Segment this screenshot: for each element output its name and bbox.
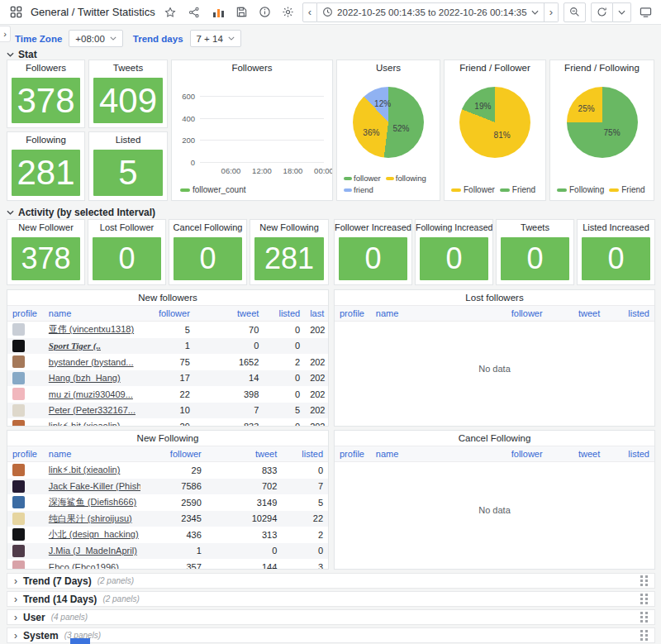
breadcrumb[interactable]: General / Twitter Statistics [31, 6, 155, 18]
column-header[interactable]: follower [136, 308, 195, 318]
stat-value: 0 [199, 241, 216, 276]
panel-title[interactable]: Following Increased [416, 220, 492, 236]
refresh-button[interactable] [591, 2, 613, 22]
drag-handle-icon[interactable] [640, 612, 648, 623]
share-icon[interactable] [185, 3, 203, 21]
profile-link[interactable]: 深海鲨鱼 (Diefish666) [49, 497, 136, 507]
column-header[interactable]: name [371, 308, 465, 318]
column-header[interactable]: profile [7, 449, 44, 459]
profile-link[interactable]: 纯白果汁 (shiroijusu) [49, 513, 132, 523]
column-header[interactable]: follower [465, 308, 547, 318]
column-header[interactable]: follower [140, 449, 207, 459]
column-header[interactable]: name [44, 449, 140, 459]
column-header[interactable]: tweet [195, 308, 264, 318]
panel-title[interactable]: Users [337, 60, 440, 76]
drag-handle-icon[interactable] [640, 630, 648, 641]
section-activity[interactable]: Activity (by selected Interval) [7, 207, 155, 218]
stat-value: 0 [526, 241, 543, 276]
legend-item[interactable]: Following [557, 185, 604, 194]
panel-title[interactable]: Tweets [89, 60, 167, 76]
column-header[interactable]: profile [335, 449, 371, 459]
panel-title[interactable]: Friend / Following [550, 60, 654, 76]
table-row: Hang (bzh_Hang) 17 14 0 202 [7, 370, 328, 387]
panel-title[interactable]: Friend / Follower [445, 60, 545, 76]
panel-title[interactable]: New Following [7, 431, 328, 446]
legend-item[interactable]: follower_count [180, 185, 245, 194]
column-header[interactable]: profile [335, 308, 371, 318]
time-range-text: 2022-10-25 00:14:35 to 2022-10-26 00:14:… [337, 7, 527, 17]
column-header[interactable]: follower [465, 449, 547, 459]
legend-item[interactable]: following [386, 174, 426, 183]
panel-title[interactable]: New Following [250, 220, 328, 236]
analytics-icon[interactable] [210, 3, 228, 21]
section-stat[interactable]: Stat [7, 49, 37, 60]
profile-link[interactable]: link⚡.bit (xieaolin) [49, 421, 121, 427]
dashboards-grid-icon[interactable] [7, 3, 25, 21]
variable-timezone-select[interactable]: +08:00 [69, 30, 123, 47]
legend-item[interactable]: Friend [500, 185, 535, 194]
column-header[interactable]: tweet [207, 449, 283, 459]
dashboard-row-trend-14-days[interactable]: › Trend (14 Days) (2 panels) [7, 591, 655, 607]
panel-title[interactable]: Followers [172, 60, 332, 76]
panel-title[interactable]: Tweets [497, 220, 573, 236]
panel-title[interactable]: Follower Increased [335, 220, 411, 236]
chevron-down-icon [7, 52, 14, 57]
column-header[interactable]: listed [282, 449, 328, 459]
panel-title[interactable]: Cancel Following [169, 220, 246, 236]
column-header[interactable]: listed [605, 449, 654, 459]
legend-item[interactable]: Friend [609, 185, 644, 194]
profile-link[interactable]: Jack Fake-Killer (Phish... [49, 481, 140, 491]
panel-title[interactable]: Lost followers [335, 290, 654, 305]
legend-item[interactable]: follower [344, 174, 381, 183]
column-header[interactable]: name [371, 449, 465, 459]
column-header[interactable]: listed [605, 308, 654, 318]
profile-link[interactable]: bystander (bystand... [49, 357, 134, 367]
zoom-out-time-button[interactable] [564, 2, 586, 22]
dashboard-settings-icon[interactable] [279, 3, 297, 21]
time-range-back-button[interactable]: ‹ [302, 2, 317, 22]
column-header[interactable]: name [44, 308, 136, 318]
avatar [12, 372, 25, 384]
profile-link[interactable]: Hang (bzh_Hang) [49, 373, 121, 383]
panel-title[interactable]: Listed [89, 132, 167, 148]
panel-title[interactable]: New followers [7, 290, 328, 305]
column-header[interactable]: tweet [548, 308, 606, 318]
dashboard-row-system[interactable]: › System (3 panels) [7, 627, 655, 643]
stat-value: 0 [364, 241, 381, 276]
time-range-forward-button[interactable]: › [544, 2, 559, 22]
panel-title[interactable]: Followers [7, 60, 84, 76]
profile-link[interactable]: Sport Tiger (.. [49, 341, 101, 351]
panel-title[interactable]: Cancel Following [335, 431, 654, 446]
drag-handle-icon[interactable] [640, 594, 648, 604]
profile-link[interactable]: mu zi (muzi930409... [49, 389, 133, 399]
avatar [12, 528, 25, 541]
profile-link[interactable]: link⚡.bit (xieaolin) [49, 465, 121, 475]
legend-item[interactable]: friend [344, 185, 373, 194]
panel-title[interactable]: New Follower [7, 220, 84, 236]
column-header[interactable]: listed [264, 308, 305, 318]
panel-title[interactable]: Listed Increased [578, 220, 654, 236]
profile-link[interactable]: Ebco (Ebco1996) [49, 562, 119, 570]
save-dashboard-icon[interactable] [233, 3, 251, 21]
drag-handle-icon[interactable] [640, 575, 648, 586]
pane-expand-button[interactable]: › [0, 26, 11, 42]
column-header[interactable]: tweet [548, 449, 606, 459]
dashboard-row-user[interactable]: › User (4 panels) [7, 609, 655, 625]
column-header[interactable]: last [305, 308, 328, 318]
profile-link[interactable]: 亚伟 (vincentxu1318) [49, 324, 134, 334]
dashboard-insights-icon[interactable] [256, 3, 274, 21]
star-icon[interactable] [161, 3, 179, 21]
legend-item[interactable]: Follower [451, 185, 495, 194]
variable-trend-days-select[interactable]: 7 + 14 [190, 30, 241, 47]
time-range-button[interactable]: 2022-10-25 00:14:35 to 2022-10-26 00:14:… [317, 2, 544, 22]
profile-link[interactable]: J.Mia (J_MadeInApril) [49, 546, 137, 556]
refresh-interval-dropdown[interactable] [613, 2, 631, 22]
time-range-picker: ‹ 2022-10-25 00:14:35 to 2022-10-26 00:1… [302, 2, 559, 22]
panel-title[interactable]: Following [7, 132, 84, 148]
profile-link[interactable]: Peter (Peter332167... [49, 405, 136, 415]
panel-title[interactable]: Lost Follower [88, 220, 165, 236]
profile-link[interactable]: 小北 (design_hacking) [49, 529, 139, 539]
dashboard-row-trend-7-days[interactable]: › Trend (7 Days) (2 panels) [7, 573, 655, 589]
column-header[interactable]: profile [7, 308, 44, 318]
tv-mode-icon[interactable] [636, 3, 654, 21]
